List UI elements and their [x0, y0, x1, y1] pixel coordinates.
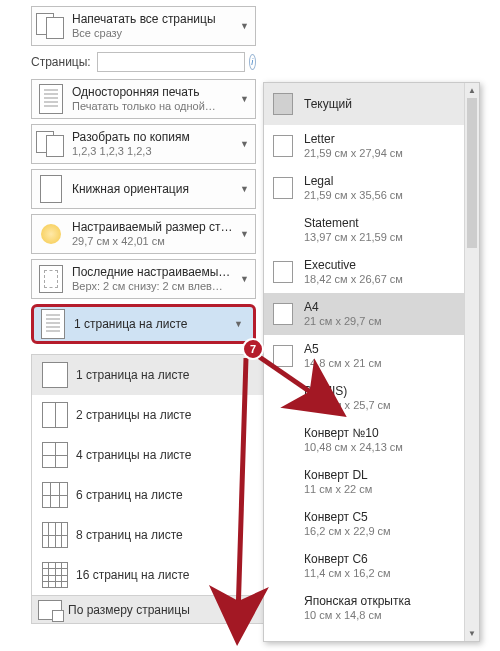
- paper-size-dim: 14,8 см x 21 см: [304, 356, 460, 370]
- page-thumb-icon: [268, 345, 298, 367]
- pages-per-sheet-item[interactable]: 6 страниц на листе: [32, 475, 284, 515]
- custom-size-option[interactable]: Настраиваемый размер ст… 29,7 см x 42,01…: [31, 214, 256, 254]
- paper-size-name: Executive: [304, 258, 460, 272]
- paper-size-dim: 16,2 см x 22,9 см: [304, 524, 460, 538]
- scale-to-page-item[interactable]: По размеру страницы▶: [32, 595, 284, 623]
- paper-size-item[interactable]: Конверт DL11 см x 22 см: [264, 461, 464, 503]
- margins-option[interactable]: Последние настраиваемы… Верх: 2 см снизу…: [31, 259, 256, 299]
- collate-icon: [32, 125, 70, 163]
- one-side-option[interactable]: Односторонняя печать Печатать только на …: [31, 79, 256, 119]
- one-side-sub: Печатать только на одной…: [72, 99, 255, 113]
- paper-size-item[interactable]: Конверт №1010,48 см x 24,13 см: [264, 419, 464, 461]
- page-thumb-icon: [268, 261, 298, 283]
- margins-icon: [32, 260, 70, 298]
- paper-size-name: Японская открытка: [304, 594, 460, 608]
- margins-sub: Верх: 2 см снизу: 2 см влев…: [72, 279, 255, 293]
- print-all-sub: Все сразу: [72, 26, 255, 40]
- paper-size-current-label: Текущий: [304, 97, 460, 111]
- paper-size-name: А5: [304, 342, 460, 356]
- pages-per-sheet-item-label: 2 страницы на листе: [72, 408, 278, 422]
- paper-size-dim: 11,4 см x 16,2 см: [304, 566, 460, 580]
- paper-size-item[interactable]: Японская открытка10 см x 14,8 см: [264, 587, 464, 629]
- orientation-icon: [32, 170, 70, 208]
- paper-size-item[interactable]: B5 (JIS)18,2 см x 25,7 см: [264, 377, 464, 419]
- pages-per-sheet-item-label: 6 страниц на листе: [72, 488, 278, 502]
- paper-size-name: B5 (JIS): [304, 384, 460, 398]
- paper-size-name: Legal: [304, 174, 460, 188]
- paper-size-dim: 18,42 см x 26,67 см: [304, 272, 460, 286]
- paper-size-dim: 10,48 см x 24,13 см: [304, 440, 460, 454]
- paper-size-item[interactable]: Letter21,59 см x 27,94 см: [264, 125, 464, 167]
- print-all-option[interactable]: Напечатать все страницы Все сразу ▼: [31, 6, 256, 46]
- paper-size-name: Statement: [304, 216, 460, 230]
- collate-title: Разобрать по копиям: [72, 130, 255, 144]
- pages-per-sheet-item[interactable]: 1 страница на листе: [32, 355, 284, 395]
- chevron-down-icon: ▼: [240, 184, 249, 194]
- paper-size-item[interactable]: A421 см x 29,7 см: [264, 293, 464, 335]
- paper-size-popup: ТекущийLetter21,59 см x 27,94 смLegal21,…: [263, 82, 480, 642]
- chevron-down-icon: ▼: [234, 319, 243, 329]
- paper-size-item[interactable]: А514,8 см x 21 см: [264, 335, 464, 377]
- paper-size-dim: 13,97 см x 21,59 см: [304, 230, 460, 244]
- callout-badge: 7: [242, 338, 264, 360]
- grid-icon: [38, 402, 72, 428]
- pages-per-sheet-item[interactable]: 8 страниц на листе: [32, 515, 284, 555]
- paper-size-current[interactable]: Текущий: [264, 83, 464, 125]
- print-all-title: Напечатать все страницы: [72, 12, 255, 26]
- grid-icon: [38, 362, 72, 388]
- paper-size-item[interactable]: Statement13,97 см x 21,59 см: [264, 209, 464, 251]
- chevron-down-icon: ▼: [240, 274, 249, 284]
- paper-size-dim: 10 см x 14,8 см: [304, 608, 460, 622]
- margins-title: Последние настраиваемы…: [72, 265, 255, 279]
- paper-size-name: Конверт DL: [304, 468, 460, 482]
- pages-row: Страницы: i: [31, 51, 256, 73]
- chevron-down-icon: ▼: [240, 21, 249, 31]
- grid-icon: [38, 482, 72, 508]
- collate-option[interactable]: Разобрать по копиям 1,2,3 1,2,3 1,2,3 ▼: [31, 124, 256, 164]
- custom-size-sub: 29,7 см x 42,01 см: [72, 234, 255, 248]
- one-side-title: Односторонняя печать: [72, 85, 255, 99]
- custom-size-icon: [32, 215, 70, 253]
- paper-size-item[interactable]: Конверт C516,2 см x 22,9 см: [264, 503, 464, 545]
- page-thumb-icon: [268, 135, 298, 157]
- scale-to-page-label: По размеру страницы: [62, 603, 270, 617]
- scroll-thumb[interactable]: [467, 98, 477, 248]
- page-thumb-icon: [268, 177, 298, 199]
- scroll-up-icon[interactable]: ▲: [465, 83, 479, 98]
- scroll-down-icon[interactable]: ▼: [465, 626, 479, 641]
- pages-per-sheet-option[interactable]: 1 страница на листе ▼: [31, 304, 256, 344]
- paper-size-item[interactable]: Конверт C611,4 см x 16,2 см: [264, 545, 464, 587]
- pages-per-sheet-item-label: 8 страниц на листе: [72, 528, 278, 542]
- pages-icon: [32, 7, 70, 45]
- paper-size-name: Конверт C6: [304, 552, 460, 566]
- paper-size-name: A4: [304, 300, 460, 314]
- pages-per-sheet-title: 1 страница на листе: [74, 317, 253, 331]
- paper-size-dim: 11 см x 22 см: [304, 482, 460, 496]
- paper-size-dim: 21 см x 29,7 см: [304, 314, 460, 328]
- pages-per-sheet-item[interactable]: 4 страницы на листе: [32, 435, 284, 475]
- chevron-down-icon: ▼: [240, 94, 249, 104]
- paper-size-item[interactable]: Executive18,42 см x 26,67 см: [264, 251, 464, 293]
- pages-per-sheet-item[interactable]: 16 страниц на листе: [32, 555, 284, 595]
- pages-per-sheet-item-label: 4 страницы на листе: [72, 448, 278, 462]
- custom-size-title: Настраиваемый размер ст…: [72, 220, 255, 234]
- info-icon[interactable]: i: [249, 54, 256, 70]
- paper-size-name: Letter: [304, 132, 460, 146]
- scrollbar[interactable]: ▲ ▼: [464, 83, 479, 641]
- paper-size-name: Конверт C5: [304, 510, 460, 524]
- sheet-icon: [34, 307, 72, 341]
- paper-size-dim: 18,2 см x 25,7 см: [304, 398, 460, 412]
- pages-per-sheet-item-label: 16 страниц на листе: [72, 568, 278, 582]
- chevron-down-icon: ▼: [240, 229, 249, 239]
- chevron-down-icon: ▼: [240, 139, 249, 149]
- page-thumb-icon: [268, 303, 298, 325]
- pages-per-sheet-item[interactable]: 2 страницы на листе: [32, 395, 284, 435]
- orientation-option[interactable]: Книжная ориентация ▼: [31, 169, 256, 209]
- pages-per-sheet-menu: 1 страница на листе2 страницы на листе4 …: [31, 354, 285, 624]
- grid-icon: [38, 522, 72, 548]
- paper-size-name: Конверт №10: [304, 426, 460, 440]
- paper-size-item[interactable]: Legal21,59 см x 35,56 см: [264, 167, 464, 209]
- grid-icon: [38, 442, 72, 468]
- page-thumb-icon: [268, 93, 298, 115]
- pages-input[interactable]: [97, 52, 245, 72]
